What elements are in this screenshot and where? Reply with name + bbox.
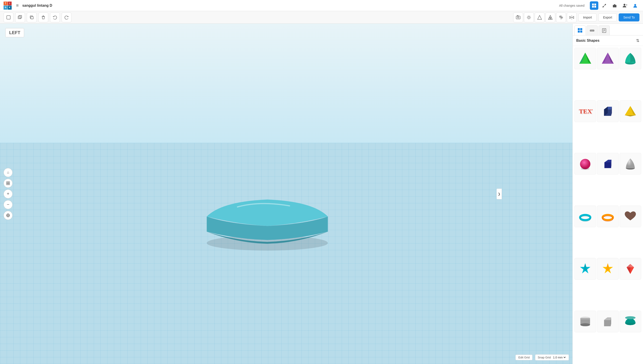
svg-rect-93 (580, 318, 590, 320)
shape-red-gem[interactable] (619, 258, 641, 280)
shape-tool-2[interactable] (545, 12, 555, 22)
svg-rect-1 (594, 4, 596, 5)
svg-rect-11 (19, 16, 22, 18)
align-button[interactable] (556, 12, 566, 22)
undo-button[interactable] (50, 12, 60, 22)
panel-title: Basic Shapes (576, 38, 599, 43)
zoom-out-button[interactable]: − (4, 200, 13, 209)
tab-ruler[interactable] (586, 26, 598, 35)
svg-marker-26 (538, 16, 542, 20)
shape-orange-torus[interactable] (597, 206, 619, 227)
tab-grid[interactable] (574, 26, 586, 35)
duplicate-button[interactable] (15, 12, 25, 22)
top-right-icons (590, 1, 639, 10)
panel-dropdown-button[interactable]: ⇅ (636, 38, 639, 43)
export-button[interactable]: Export (598, 14, 617, 22)
svg-rect-0 (592, 4, 594, 5)
3d-view-button[interactable] (4, 211, 13, 220)
camera-button[interactable] (513, 12, 523, 22)
svg-rect-14 (516, 16, 520, 19)
shape-yellow-pyramid[interactable] (619, 100, 641, 122)
document-menu-icon[interactable]: ≡ (16, 3, 19, 8)
canvas-svg (0, 24, 572, 364)
copy-button[interactable] (27, 12, 37, 22)
shape-grey-cylinder[interactable] (574, 311, 596, 332)
top-bar: T I N K ≡ sanggul lintang D All changes … (0, 0, 643, 11)
home-view-button[interactable]: ⌂ (4, 168, 13, 177)
view-tools (513, 12, 577, 22)
grid-view-button[interactable] (590, 1, 598, 10)
main-area: LEFT ⌂ + − (0, 24, 643, 364)
logo-t: T (4, 2, 8, 6)
svg-rect-10 (18, 16, 21, 19)
svg-point-74 (581, 168, 590, 170)
redo-button[interactable] (62, 12, 72, 22)
tab-notes[interactable] (598, 26, 610, 35)
add-user-button[interactable] (621, 1, 629, 10)
snap-grid-label: Snap Grid (538, 356, 551, 359)
edit-grid-button[interactable]: Edit Grid (515, 355, 533, 360)
svg-rect-36 (8, 182, 10, 183)
light-button[interactable] (524, 12, 534, 22)
user-button[interactable] (631, 1, 639, 10)
svg-rect-2 (592, 6, 594, 8)
svg-line-24 (527, 18, 528, 19)
shape-blue-box[interactable] (597, 100, 619, 122)
svg-rect-13 (31, 16, 33, 19)
new-button[interactable] (4, 12, 14, 22)
tools-button[interactable] (600, 1, 609, 10)
action-buttons: Import Export Send To (578, 14, 639, 22)
logo-k: K (8, 6, 12, 10)
svg-line-22 (527, 16, 528, 16)
svg-point-15 (517, 17, 519, 18)
svg-point-5 (623, 4, 625, 6)
shape-grey-cone[interactable] (619, 153, 641, 174)
sendto-button[interactable]: Send To (619, 14, 639, 22)
zoom-in-button[interactable]: + (4, 190, 13, 198)
snap-grid-select[interactable]: 1.0 mm 0.5 mm 2.0 mm 5.0 mm (552, 356, 566, 359)
svg-text:TEXT: TEXT (579, 108, 593, 115)
svg-marker-34 (572, 16, 574, 18)
shapes-grid: TEXT TEXT (573, 46, 643, 364)
svg-marker-76 (604, 160, 612, 162)
svg-rect-75 (604, 162, 611, 168)
svg-point-98 (625, 316, 636, 319)
shape-navy-box[interactable] (597, 153, 619, 174)
document-title[interactable]: sanggul lintang D (22, 4, 52, 8)
shape-teal-torus[interactable] (574, 206, 596, 227)
panel-toggle[interactable]: ❯ (496, 188, 502, 199)
shape-cyan-star[interactable] (574, 258, 596, 280)
svg-rect-16 (517, 16, 518, 16)
shape-teal-cone[interactable] (619, 48, 641, 70)
svg-rect-94 (604, 320, 611, 326)
delete-button[interactable] (39, 12, 48, 22)
3d-canvas[interactable] (0, 24, 572, 364)
toolbar: Import Export Send To (0, 11, 643, 24)
mirror-button[interactable] (567, 12, 577, 22)
svg-rect-37 (7, 184, 8, 185)
shape-tool-1[interactable] (535, 12, 544, 22)
shape-gold-star[interactable] (597, 258, 619, 280)
svg-rect-9 (7, 16, 10, 19)
shape-lightgrey-box[interactable] (597, 311, 619, 332)
svg-marker-72 (625, 115, 636, 116)
fit-view-button[interactable] (4, 179, 13, 188)
shape-pink-sphere[interactable] (574, 153, 596, 174)
svg-rect-43 (578, 28, 580, 30)
shape-green-pyramid[interactable] (574, 48, 596, 70)
app-logo: T I N K (4, 2, 12, 10)
canvas-area[interactable]: LEFT ⌂ + − (0, 24, 572, 364)
svg-marker-33 (570, 16, 571, 18)
right-panel: Basic Shapes ⇅ (572, 24, 643, 364)
svg-point-92 (580, 323, 590, 326)
shape-purple-pyramid[interactable] (597, 48, 619, 70)
svg-rect-44 (580, 28, 582, 30)
shape-text-3d[interactable]: TEXT TEXT (574, 100, 596, 122)
svg-point-17 (528, 16, 530, 18)
briefcase-button[interactable] (610, 1, 619, 10)
shape-teal-shape[interactable] (619, 311, 641, 332)
svg-rect-35 (7, 182, 8, 183)
bottom-labels: Edit Grid Snap Grid 1.0 mm 0.5 mm 2.0 mm… (515, 354, 569, 360)
import-button[interactable]: Import (578, 14, 597, 22)
shape-brown-heart[interactable] (619, 206, 641, 227)
